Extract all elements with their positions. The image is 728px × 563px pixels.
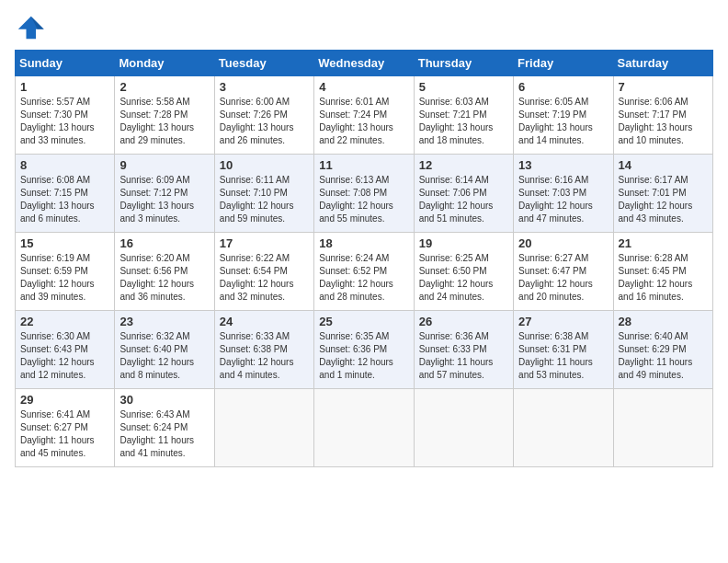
day-info: Sunrise: 6:35 AM Sunset: 6:36 PM Dayligh… bbox=[319, 330, 408, 382]
week-row-5: 29Sunrise: 6:41 AM Sunset: 6:27 PM Dayli… bbox=[16, 389, 713, 467]
calendar-cell: 12Sunrise: 6:14 AM Sunset: 7:06 PM Dayli… bbox=[414, 155, 513, 233]
day-number: 29 bbox=[20, 393, 109, 407]
day-number: 21 bbox=[619, 236, 708, 250]
week-row-3: 15Sunrise: 6:19 AM Sunset: 6:59 PM Dayli… bbox=[16, 233, 713, 311]
day-info: Sunrise: 6:30 AM Sunset: 6:43 PM Dayligh… bbox=[20, 330, 109, 382]
day-info: Sunrise: 6:19 AM Sunset: 6:59 PM Dayligh… bbox=[20, 252, 109, 304]
day-number: 19 bbox=[419, 236, 508, 250]
day-info: Sunrise: 6:06 AM Sunset: 7:17 PM Dayligh… bbox=[619, 96, 708, 147]
calendar-cell bbox=[514, 389, 613, 467]
calendar-cell: 1Sunrise: 5:57 AM Sunset: 7:30 PM Daylig… bbox=[16, 76, 115, 155]
calendar-cell: 24Sunrise: 6:33 AM Sunset: 6:38 PM Dayli… bbox=[214, 311, 313, 389]
calendar-cell: 5Sunrise: 6:03 AM Sunset: 7:21 PM Daylig… bbox=[414, 76, 513, 155]
day-info: Sunrise: 6:32 AM Sunset: 6:40 PM Dayligh… bbox=[119, 330, 209, 382]
week-row-1: 1Sunrise: 5:57 AM Sunset: 7:30 PM Daylig… bbox=[16, 76, 713, 155]
day-info: Sunrise: 6:13 AM Sunset: 7:08 PM Dayligh… bbox=[319, 174, 408, 225]
day-number: 15 bbox=[20, 236, 109, 250]
day-info: Sunrise: 6:22 AM Sunset: 6:54 PM Dayligh… bbox=[220, 252, 309, 304]
calendar-cell bbox=[613, 389, 712, 467]
day-header-tuesday: Tuesday bbox=[214, 51, 313, 76]
day-number: 8 bbox=[20, 158, 109, 172]
day-number: 26 bbox=[419, 315, 508, 328]
day-header-sunday: Sunday bbox=[16, 51, 115, 76]
day-info: Sunrise: 6:09 AM Sunset: 7:12 PM Dayligh… bbox=[119, 174, 209, 225]
day-info: Sunrise: 6:20 AM Sunset: 6:56 PM Dayligh… bbox=[119, 252, 209, 304]
day-number: 2 bbox=[119, 80, 209, 94]
day-number: 22 bbox=[20, 315, 109, 328]
calendar-cell: 13Sunrise: 6:16 AM Sunset: 7:03 PM Dayli… bbox=[514, 155, 613, 233]
logo-icon bbox=[15, 15, 44, 40]
calendar-cell: 23Sunrise: 6:32 AM Sunset: 6:40 PM Dayli… bbox=[115, 311, 214, 389]
day-info: Sunrise: 6:40 AM Sunset: 6:29 PM Dayligh… bbox=[619, 330, 708, 382]
calendar-cell: 3Sunrise: 6:00 AM Sunset: 7:26 PM Daylig… bbox=[214, 76, 313, 155]
day-info: Sunrise: 6:33 AM Sunset: 6:38 PM Dayligh… bbox=[220, 330, 309, 382]
calendar-cell bbox=[314, 389, 414, 467]
calendar-cell: 15Sunrise: 6:19 AM Sunset: 6:59 PM Dayli… bbox=[16, 233, 115, 311]
calendar-cell: 10Sunrise: 6:11 AM Sunset: 7:10 PM Dayli… bbox=[214, 155, 313, 233]
day-info: Sunrise: 6:28 AM Sunset: 6:45 PM Dayligh… bbox=[619, 252, 708, 304]
day-info: Sunrise: 6:01 AM Sunset: 7:24 PM Dayligh… bbox=[319, 96, 408, 147]
calendar-cell: 7Sunrise: 6:06 AM Sunset: 7:17 PM Daylig… bbox=[613, 76, 712, 155]
day-header-friday: Friday bbox=[514, 51, 613, 76]
calendar-cell: 18Sunrise: 6:24 AM Sunset: 6:52 PM Dayli… bbox=[314, 233, 414, 311]
day-number: 16 bbox=[119, 236, 209, 250]
day-info: Sunrise: 6:14 AM Sunset: 7:06 PM Dayligh… bbox=[419, 174, 508, 225]
calendar-body: 1Sunrise: 5:57 AM Sunset: 7:30 PM Daylig… bbox=[16, 76, 713, 467]
calendar-cell: 27Sunrise: 6:38 AM Sunset: 6:31 PM Dayli… bbox=[514, 311, 613, 389]
day-number: 28 bbox=[619, 315, 708, 328]
day-number: 4 bbox=[319, 80, 408, 94]
calendar-cell: 14Sunrise: 6:17 AM Sunset: 7:01 PM Dayli… bbox=[613, 155, 712, 233]
day-number: 5 bbox=[419, 80, 508, 94]
day-header-saturday: Saturday bbox=[613, 51, 712, 76]
calendar-cell: 16Sunrise: 6:20 AM Sunset: 6:56 PM Dayli… bbox=[115, 233, 214, 311]
calendar-cell: 21Sunrise: 6:28 AM Sunset: 6:45 PM Dayli… bbox=[613, 233, 712, 311]
week-row-2: 8Sunrise: 6:08 AM Sunset: 7:15 PM Daylig… bbox=[16, 155, 713, 233]
calendar-header-row: SundayMondayTuesdayWednesdayThursdayFrid… bbox=[16, 51, 713, 76]
day-number: 3 bbox=[220, 80, 309, 94]
day-number: 30 bbox=[119, 393, 209, 407]
calendar-cell: 11Sunrise: 6:13 AM Sunset: 7:08 PM Dayli… bbox=[314, 155, 414, 233]
calendar-cell: 22Sunrise: 6:30 AM Sunset: 6:43 PM Dayli… bbox=[16, 311, 115, 389]
day-info: Sunrise: 6:16 AM Sunset: 7:03 PM Dayligh… bbox=[518, 174, 608, 225]
calendar-cell: 30Sunrise: 6:43 AM Sunset: 6:24 PM Dayli… bbox=[115, 389, 214, 467]
day-info: Sunrise: 6:03 AM Sunset: 7:21 PM Dayligh… bbox=[419, 96, 508, 147]
day-info: Sunrise: 6:00 AM Sunset: 7:26 PM Dayligh… bbox=[220, 96, 309, 147]
day-header-wednesday: Wednesday bbox=[314, 51, 414, 76]
day-number: 9 bbox=[119, 158, 209, 172]
calendar-cell: 6Sunrise: 6:05 AM Sunset: 7:19 PM Daylig… bbox=[514, 76, 613, 155]
day-info: Sunrise: 6:25 AM Sunset: 6:50 PM Dayligh… bbox=[419, 252, 508, 304]
day-info: Sunrise: 6:11 AM Sunset: 7:10 PM Dayligh… bbox=[220, 174, 309, 225]
calendar-cell: 26Sunrise: 6:36 AM Sunset: 6:33 PM Dayli… bbox=[414, 311, 513, 389]
logo bbox=[15, 15, 48, 40]
day-info: Sunrise: 6:05 AM Sunset: 7:19 PM Dayligh… bbox=[518, 96, 608, 147]
day-number: 25 bbox=[319, 315, 408, 328]
day-number: 11 bbox=[319, 158, 408, 172]
week-row-4: 22Sunrise: 6:30 AM Sunset: 6:43 PM Dayli… bbox=[16, 311, 713, 389]
day-number: 10 bbox=[220, 158, 309, 172]
calendar-cell: 29Sunrise: 6:41 AM Sunset: 6:27 PM Dayli… bbox=[16, 389, 115, 467]
day-number: 24 bbox=[220, 315, 309, 328]
calendar-cell bbox=[414, 389, 513, 467]
calendar-cell: 17Sunrise: 6:22 AM Sunset: 6:54 PM Dayli… bbox=[214, 233, 313, 311]
calendar-cell: 28Sunrise: 6:40 AM Sunset: 6:29 PM Dayli… bbox=[613, 311, 712, 389]
page-header bbox=[15, 15, 713, 40]
day-header-thursday: Thursday bbox=[414, 51, 513, 76]
calendar-cell: 9Sunrise: 6:09 AM Sunset: 7:12 PM Daylig… bbox=[115, 155, 214, 233]
day-number: 14 bbox=[619, 158, 708, 172]
day-info: Sunrise: 6:08 AM Sunset: 7:15 PM Dayligh… bbox=[20, 174, 109, 225]
day-info: Sunrise: 6:38 AM Sunset: 6:31 PM Dayligh… bbox=[518, 330, 608, 382]
day-number: 13 bbox=[518, 158, 608, 172]
day-info: Sunrise: 5:58 AM Sunset: 7:28 PM Dayligh… bbox=[119, 96, 209, 147]
day-info: Sunrise: 5:57 AM Sunset: 7:30 PM Dayligh… bbox=[20, 96, 109, 147]
day-number: 23 bbox=[119, 315, 209, 328]
day-number: 18 bbox=[319, 236, 408, 250]
day-number: 12 bbox=[419, 158, 508, 172]
calendar-table: SundayMondayTuesdayWednesdayThursdayFrid… bbox=[15, 50, 713, 467]
calendar-cell bbox=[214, 389, 313, 467]
day-number: 20 bbox=[518, 236, 608, 250]
calendar-cell: 20Sunrise: 6:27 AM Sunset: 6:47 PM Dayli… bbox=[514, 233, 613, 311]
calendar-cell: 8Sunrise: 6:08 AM Sunset: 7:15 PM Daylig… bbox=[16, 155, 115, 233]
calendar-cell: 25Sunrise: 6:35 AM Sunset: 6:36 PM Dayli… bbox=[314, 311, 414, 389]
day-number: 6 bbox=[518, 80, 608, 94]
calendar-cell: 2Sunrise: 5:58 AM Sunset: 7:28 PM Daylig… bbox=[115, 76, 214, 155]
